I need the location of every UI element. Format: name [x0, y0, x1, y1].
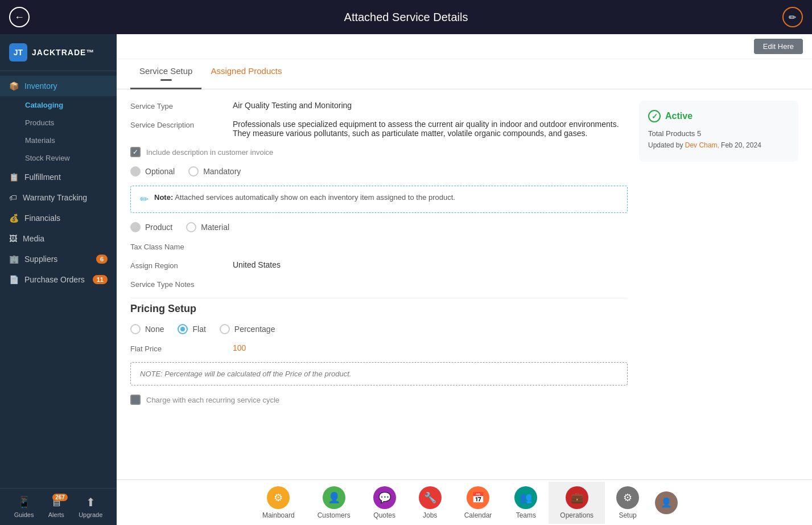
alerts-button[interactable]: 267 🖥 Alerts — [48, 496, 64, 518]
updated-info: Updated by Dev Cham, Feb 20, 2024 — [648, 141, 789, 149]
charge-recurring-label: Charge with each recurring service cycle — [146, 396, 279, 404]
edit-here-button[interactable]: Edit Here — [754, 39, 803, 54]
nav-customers[interactable]: 👤 Customers — [306, 482, 362, 524]
top-bar: ← Attached Service Details ✏ — [0, 0, 812, 34]
sidebar-item-stock-review[interactable]: Stock Review — [0, 149, 117, 167]
include-description-label: Include description in customer invoice — [146, 148, 273, 157]
note-prefix: Note: — [154, 193, 173, 202]
mandatory-radio[interactable]: Mandatory — [188, 166, 241, 177]
sidebar-item-purchase-orders[interactable]: 📄 Purchase Orders 11 — [0, 269, 117, 290]
service-type-notes-row: Service Type Notes — [130, 279, 628, 289]
optional-radio-circle — [130, 166, 141, 177]
product-label: Product — [145, 223, 172, 232]
nav-setup[interactable]: ⚙ Setup — [605, 482, 650, 524]
guides-label: Guides — [14, 511, 34, 518]
note-edit-icon: ✏ — [140, 193, 149, 206]
customers-label: Customers — [318, 511, 351, 519]
none-label: None — [145, 325, 164, 334]
material-radio-circle — [186, 222, 196, 232]
service-type-notes-label: Service Type Notes — [130, 279, 233, 289]
mandatory-radio-circle — [188, 166, 199, 177]
sidebar-item-warranty-tracking[interactable]: 🏷 Warranty Tracking — [0, 187, 117, 208]
sidebar-item-products[interactable]: Products — [0, 114, 117, 132]
none-radio-circle — [130, 324, 141, 334]
purchase-orders-icon: 📄 — [9, 275, 19, 284]
percentage-radio[interactable]: Percentage — [220, 324, 275, 334]
service-description-row: Service Description Professionals use sp… — [130, 120, 628, 138]
flat-price-value: 100 — [233, 343, 628, 352]
operations-icon: 💼 — [566, 486, 588, 509]
jobs-label: Jobs — [423, 511, 437, 519]
upgrade-icon: ⬆ — [86, 495, 96, 509]
updated-date: Feb 20, 2024 — [721, 141, 761, 149]
percentage-note-text: NOTE: Percentage will be calculated off … — [140, 370, 618, 378]
form-main: Service Type Air Quality Testing and Mon… — [130, 101, 628, 468]
sidebar-item-media[interactable]: 🖼 Media — [0, 228, 117, 249]
flat-radio[interactable]: Flat — [178, 324, 205, 334]
quotes-label: Quotes — [373, 511, 395, 519]
logo-text: JACKTRADE™ — [32, 48, 94, 57]
nav-calendar[interactable]: 📅 Calendar — [453, 482, 504, 524]
sidebar-item-inventory[interactable]: 📦 Inventory — [0, 76, 117, 96]
back-button[interactable]: ← — [9, 7, 30, 27]
percentage-label: Percentage — [234, 325, 275, 334]
sidebar: JT JACKTRADE™ 📦 Inventory Cataloging Pro… — [0, 34, 117, 525]
tab-service-setup[interactable]: Service Setup — [130, 59, 201, 89]
sidebar-item-label: Purchase Orders — [24, 275, 85, 284]
setup-icon: ⚙ — [616, 486, 639, 509]
mandatory-optional-group: Optional Mandatory — [130, 166, 628, 177]
nav-teams[interactable]: 👥 Teams — [503, 482, 549, 524]
warranty-icon: 🏷 — [9, 193, 17, 202]
sidebar-item-label: Financials — [24, 214, 60, 223]
material-radio[interactable]: Material — [186, 222, 229, 232]
tab-assigned-products[interactable]: Assigned Products — [201, 59, 291, 89]
product-material-group: Product Material — [130, 222, 628, 232]
nav-jobs[interactable]: 🔧 Jobs — [407, 482, 453, 524]
include-description-checkbox[interactable] — [130, 147, 141, 157]
charge-recurring-checkbox[interactable] — [130, 395, 141, 405]
operations-label: Operations — [560, 511, 593, 519]
upgrade-button[interactable]: ⬆ Upgrade — [79, 495, 102, 518]
fulfillment-icon: 📋 — [9, 173, 19, 182]
nav-operations[interactable]: 💼 Operations — [549, 482, 605, 524]
user-avatar-wrapper[interactable]: 👤 — [655, 491, 678, 514]
edit-here-bar: Edit Here — [117, 34, 812, 59]
edit-icon-button[interactable]: ✏ — [782, 7, 803, 27]
main-layout: JT JACKTRADE™ 📦 Inventory Cataloging Pro… — [0, 34, 812, 525]
mandatory-label: Mandatory — [203, 167, 241, 176]
percentage-note-box: NOTE: Percentage will be calculated off … — [130, 362, 628, 385]
purchase-orders-badge: 11 — [93, 275, 108, 284]
nav-quotes[interactable]: 💬 Quotes — [362, 482, 407, 524]
assign-region-value: United States — [233, 260, 628, 269]
sidebar-item-label: Media — [23, 234, 44, 243]
updated-by: Dev Cham, — [685, 141, 719, 149]
sidebar-item-label: Fulfillment — [24, 173, 61, 182]
nav-mainboard[interactable]: ⚙ Mainboard — [251, 482, 306, 524]
note-body: Attached services automatically show on … — [175, 193, 455, 202]
sidebar-item-cataloging[interactable]: Cataloging — [0, 96, 117, 114]
suppliers-icon: 🏢 — [9, 255, 19, 264]
guides-button[interactable]: 📱 Guides — [14, 495, 34, 518]
optional-radio[interactable]: Optional — [130, 166, 175, 177]
alerts-badge: 267 — [52, 494, 68, 501]
user-avatar: 👤 — [655, 491, 678, 514]
optional-label: Optional — [145, 167, 175, 176]
service-type-row: Service Type Air Quality Testing and Mon… — [130, 101, 628, 110]
material-label: Material — [201, 223, 229, 232]
product-radio[interactable]: Product — [130, 222, 172, 232]
include-description-row: Include description in customer invoice — [130, 147, 628, 157]
flat-price-label: Flat Price — [130, 343, 233, 353]
sidebar-item-materials[interactable]: Materials — [0, 132, 117, 149]
sidebar-item-fulfillment[interactable]: 📋 Fulfillment — [0, 167, 117, 187]
back-icon: ← — [14, 11, 24, 23]
guides-icon: 📱 — [17, 495, 31, 509]
sidebar-item-financials[interactable]: 💰 Financials — [0, 208, 117, 228]
page-title: Attached Service Details — [344, 11, 468, 24]
upgrade-label: Upgrade — [79, 511, 102, 518]
sidebar-item-suppliers[interactable]: 🏢 Suppliers 6 — [0, 249, 117, 269]
pricing-setup-title: Pricing Setup — [130, 303, 628, 315]
setup-label: Setup — [619, 511, 636, 519]
sidebar-bottom: 📱 Guides 267 🖥 Alerts ⬆ Upgrade — [0, 488, 117, 525]
status-active: ✓ Active — [648, 110, 789, 122]
none-radio[interactable]: None — [130, 324, 164, 334]
